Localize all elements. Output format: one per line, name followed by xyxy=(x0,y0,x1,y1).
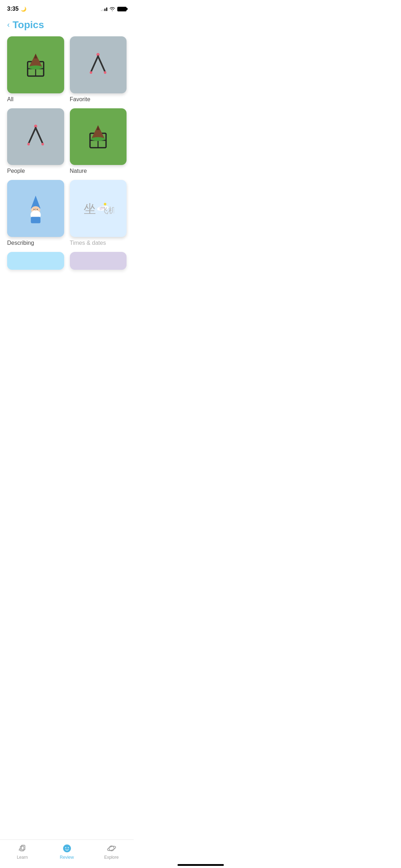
svg-line-7 xyxy=(91,56,98,72)
topic-item-all[interactable]: All xyxy=(7,36,64,103)
moon-icon: 🌙 xyxy=(21,6,26,12)
wifi-icon xyxy=(109,7,115,11)
person-icon-people xyxy=(20,120,52,153)
gnome-icon xyxy=(20,192,52,224)
topic-card-all[interactable] xyxy=(7,36,64,93)
svg-text:坐: 坐 xyxy=(84,202,96,216)
status-bar: 3:35 🌙 xyxy=(0,0,134,16)
mountain-window-icon-nature xyxy=(82,120,114,153)
page-title: Topics xyxy=(12,19,44,31)
topic-label-nature: Nature xyxy=(70,168,127,174)
svg-point-28 xyxy=(37,209,38,210)
partial-cards-row xyxy=(0,252,134,270)
back-button[interactable]: ‹ xyxy=(7,20,10,30)
svg-text:飞机: 飞机 xyxy=(101,206,114,215)
battery-icon xyxy=(117,7,127,11)
svg-point-33 xyxy=(104,203,106,205)
svg-point-27 xyxy=(34,209,35,210)
mountain-window-icon-all xyxy=(20,49,52,81)
status-icons xyxy=(101,7,127,11)
svg-point-10 xyxy=(104,71,106,74)
topic-card-nature[interactable] xyxy=(70,108,127,165)
person-icon-favorite xyxy=(82,49,114,81)
partial-card-right[interactable] xyxy=(70,252,127,270)
signal-icon xyxy=(101,7,107,11)
topic-label-people: People xyxy=(7,168,64,174)
svg-point-14 xyxy=(27,143,30,145)
topic-label-times-dates: Times & dates xyxy=(70,240,127,246)
topic-card-describing[interactable] xyxy=(7,180,64,237)
svg-line-8 xyxy=(98,56,105,72)
status-time: 3:35 xyxy=(7,6,19,12)
topic-item-times-dates[interactable]: 坐 飞机 Times & dates xyxy=(70,180,127,246)
topics-grid: All Favorite xyxy=(0,36,134,246)
partial-card-left[interactable] xyxy=(7,252,64,270)
topic-card-times-dates[interactable]: 坐 飞机 xyxy=(70,180,127,237)
topic-label-favorite: Favorite xyxy=(70,96,127,103)
topic-item-nature[interactable]: Nature xyxy=(70,108,127,175)
svg-rect-26 xyxy=(31,217,40,223)
svg-point-21 xyxy=(91,137,105,141)
topic-item-describing[interactable]: Describing xyxy=(7,180,64,246)
topic-item-favorite[interactable]: Favorite xyxy=(70,36,127,103)
topic-card-people[interactable] xyxy=(7,108,64,165)
topic-label-describing: Describing xyxy=(7,240,64,246)
topic-item-people[interactable]: People xyxy=(7,108,64,175)
svg-point-5 xyxy=(29,66,43,69)
svg-point-9 xyxy=(90,71,92,74)
topic-card-favorite[interactable] xyxy=(70,36,127,93)
header: ‹ Topics xyxy=(0,16,134,36)
svg-line-13 xyxy=(36,128,43,144)
svg-point-15 xyxy=(41,143,44,145)
topic-label-all: All xyxy=(7,96,64,103)
svg-line-12 xyxy=(29,128,36,144)
chinese-chars-icon: 坐 飞机 xyxy=(82,200,114,216)
